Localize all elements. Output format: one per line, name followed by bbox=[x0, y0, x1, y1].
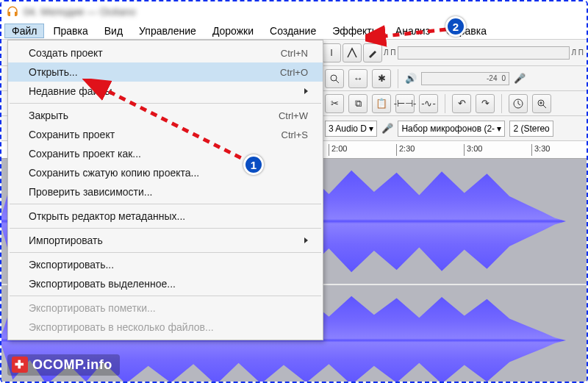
menu-item[interactable]: Сохранить проектCtrl+S bbox=[8, 125, 323, 144]
meter-label-right: Л П bbox=[571, 49, 584, 57]
silence-button[interactable]: -∿- bbox=[419, 94, 438, 113]
zoom-in-icon bbox=[537, 99, 547, 109]
menu-дорожки[interactable]: Дорожки bbox=[205, 24, 261, 38]
menu-separator bbox=[10, 204, 321, 204]
menu-item: Экспортировать в несколько файлов... bbox=[8, 318, 323, 337]
svg-line-1 bbox=[336, 80, 339, 83]
menu-вид[interactable]: Вид bbox=[97, 24, 130, 38]
menu-item-label: Закрыть bbox=[29, 110, 68, 121]
playback-meter[interactable]: -24 0 bbox=[421, 72, 509, 85]
undo-button[interactable]: ↶ bbox=[452, 94, 471, 113]
file-menu-dropdown: Создать проектCtrl+NОткрыть...Ctrl+OНеда… bbox=[7, 40, 323, 340]
zoom-in-button[interactable] bbox=[532, 94, 551, 113]
menu-separator bbox=[10, 228, 321, 229]
selection-tool-button[interactable]: I bbox=[322, 43, 341, 62]
speaker-icon: 🔊 bbox=[405, 73, 417, 84]
menu-item[interactable]: Сохранить проект как... bbox=[8, 144, 323, 163]
menu-эффекты[interactable]: Эффекты bbox=[325, 24, 387, 38]
window-title: 04. Мелодия — Océano bbox=[24, 6, 136, 18]
svg-point-0 bbox=[331, 75, 337, 81]
menu-item-label: Экспортировать выделенное... bbox=[29, 278, 176, 290]
menu-item-shortcut: Ctrl+W bbox=[279, 110, 308, 121]
menu-item-label: Недавние файлы bbox=[29, 85, 112, 97]
menu-separator bbox=[10, 252, 321, 253]
input-device-combo[interactable]: Набор микрофонов (2- ▾ bbox=[398, 121, 505, 137]
timeline-tick: 3:30 bbox=[531, 144, 550, 156]
svg-line-6 bbox=[543, 105, 546, 108]
mic-device-icon: 🎤 bbox=[381, 123, 393, 134]
menu-item[interactable]: Экспортировать выделенное... bbox=[8, 274, 323, 293]
audio-host-combo[interactable]: 3 Audio D ▾ bbox=[325, 121, 377, 137]
timeline-tick: 2:30 bbox=[396, 144, 415, 156]
zoom-icon bbox=[329, 74, 340, 84]
draw-tool-button[interactable] bbox=[363, 43, 382, 62]
menu-анализ[interactable]: Анализ bbox=[388, 24, 437, 38]
zoom-tool-button[interactable] bbox=[325, 69, 344, 88]
menu-item[interactable]: Открыть...Ctrl+O bbox=[8, 62, 323, 82]
menu-файл[interactable]: Файл bbox=[4, 24, 44, 38]
menu-item[interactable]: ЗакрытьCtrl+W bbox=[8, 106, 323, 125]
cut-button[interactable]: ✂ bbox=[325, 94, 344, 113]
envelope-tool-button[interactable] bbox=[343, 43, 362, 62]
menu-item[interactable]: Открыть редактор метаданных... bbox=[8, 207, 323, 226]
menu-item-label: Экспортировать... bbox=[29, 259, 114, 271]
meter-label-left: Л П bbox=[384, 49, 396, 57]
menu-item-label: Открыть редактор метаданных... bbox=[29, 210, 185, 222]
redo-button[interactable]: ↷ bbox=[476, 94, 495, 113]
menu-item[interactable]: Создать проектCtrl+N bbox=[8, 43, 323, 62]
timeline-tick: 2:00 bbox=[329, 144, 347, 156]
app-headphones-icon bbox=[6, 5, 19, 18]
menu-item-label: Создать проект bbox=[29, 47, 103, 59]
timeshift-tool-button[interactable]: ↔ bbox=[348, 69, 368, 88]
annotation-badge-1: 1 bbox=[243, 154, 264, 175]
menu-item-shortcut: Ctrl+O bbox=[280, 67, 308, 78]
pencil-icon bbox=[368, 48, 378, 58]
input-channels-combo[interactable]: 2 (Stereo bbox=[509, 121, 553, 137]
menubar: ФайлПравкаВидУправлениеДорожкиСозданиеЭф… bbox=[1, 22, 587, 40]
menu-item-label: Экспортировать в несколько файлов... bbox=[29, 321, 214, 333]
menu-item[interactable]: Импортировать bbox=[8, 231, 323, 250]
menu-item-label: Экспортировать пометки... bbox=[29, 302, 156, 314]
annotation-badge-2: 2 bbox=[445, 16, 466, 37]
sync-lock-button[interactable] bbox=[509, 94, 528, 113]
multi-tool-button[interactable]: ✱ bbox=[372, 69, 391, 88]
submenu-arrow-icon bbox=[304, 237, 308, 243]
menu-управление[interactable]: Управление bbox=[132, 24, 204, 38]
envelope-icon bbox=[346, 47, 358, 59]
menu-item[interactable]: Сохранить сжатую копию проекта... bbox=[8, 163, 323, 182]
menu-item-label: Сохранить проект как... bbox=[29, 148, 141, 160]
menu-item-label: Открыть... bbox=[29, 66, 78, 78]
menu-создание[interactable]: Создание bbox=[262, 24, 323, 38]
paste-button[interactable]: 📋 bbox=[372, 94, 391, 113]
menu-item-shortcut: Ctrl+S bbox=[282, 129, 308, 140]
timeline-tick: 3:00 bbox=[464, 144, 482, 156]
watermark: OCOMP.info bbox=[7, 354, 120, 376]
trim-button[interactable]: -⊢⊣- bbox=[395, 94, 415, 113]
menu-item-label: Сохранить сжатую копию проекта... bbox=[29, 167, 199, 179]
menu-item-shortcut: Ctrl+N bbox=[281, 48, 308, 59]
menu-item: Экспортировать пометки... bbox=[8, 298, 323, 318]
menu-item-label: Импортировать bbox=[29, 235, 103, 246]
clock-icon bbox=[513, 99, 523, 109]
recording-meter[interactable] bbox=[398, 46, 570, 60]
menu-item[interactable]: Недавние файлы bbox=[8, 82, 323, 101]
menu-separator bbox=[10, 296, 321, 296]
submenu-arrow-icon bbox=[304, 88, 308, 94]
menu-item-label: Проверить зависимости... bbox=[29, 186, 153, 198]
menu-правка[interactable]: Правка bbox=[46, 24, 95, 38]
menu-separator bbox=[10, 103, 321, 104]
meter-db-value: -24 bbox=[487, 74, 497, 82]
meter-db-zero: 0 bbox=[501, 74, 506, 82]
copy-button[interactable]: ⧉ bbox=[348, 94, 368, 113]
menu-item-label: Сохранить проект bbox=[29, 129, 115, 140]
menu-item[interactable]: Проверить зависимости... bbox=[8, 182, 323, 201]
menu-item[interactable]: Экспортировать... bbox=[8, 255, 323, 274]
mic-icon: 🎤 bbox=[514, 73, 526, 84]
